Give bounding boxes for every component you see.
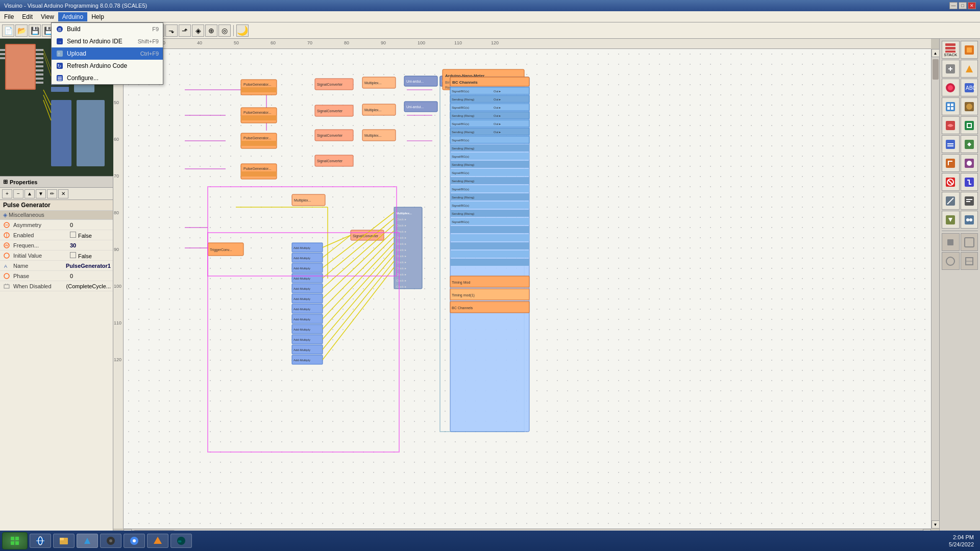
svg-text:BC Channels: BC Channels: [452, 306, 473, 310]
palette-item-2[interactable]: [961, 41, 978, 59]
prop-phase[interactable]: Phase 0: [0, 271, 113, 281]
toolbar-btn9[interactable]: ◈: [192, 24, 204, 37]
palette-row-11: [942, 233, 978, 251]
palette-item-24[interactable]: [961, 252, 978, 270]
svg-rect-5: [36, 61, 43, 63]
svg-rect-219: [951, 104, 953, 106]
palette-item-10[interactable]: [961, 116, 978, 134]
menu-arduino[interactable]: Arduino: [58, 12, 87, 21]
close-button[interactable]: ✕: [968, 2, 976, 9]
svg-text:Add-Multiply: Add-Multiply: [293, 267, 310, 270]
prop-enabled[interactable]: Enabled False: [0, 230, 113, 240]
svg-rect-65: [241, 141, 277, 146]
maximize-button[interactable]: □: [959, 2, 967, 9]
svg-rect-217: [946, 102, 955, 111]
palette-item-19[interactable]: [942, 211, 960, 229]
props-btn-add[interactable]: +: [2, 189, 12, 198]
svg-text:Signal/BG(s): Signal/BG(s): [452, 155, 469, 158]
toolbar-save[interactable]: 💾: [29, 24, 41, 37]
svg-text:Clock ▸: Clock ▸: [396, 218, 406, 221]
svg-text:Signal/BG(s): Signal/BG(s): [452, 204, 469, 207]
toolbar-open[interactable]: 📂: [15, 24, 28, 37]
menu-edit[interactable]: Edit: [18, 12, 37, 21]
palette-item-8[interactable]: [961, 97, 978, 115]
svg-text:Add-Multiply: Add-Multiply: [293, 318, 310, 321]
taskbar-explorer[interactable]: [53, 534, 75, 548]
palette-item-12[interactable]: [961, 135, 978, 153]
taskbar-ie[interactable]: [30, 534, 51, 548]
taskbar-visuino[interactable]: [77, 534, 98, 548]
palette-item-7[interactable]: [942, 97, 960, 115]
palette-item-4[interactable]: [961, 60, 978, 78]
svg-text:PulseGenerator...: PulseGenerator...: [243, 167, 272, 170]
prop-when-disabled[interactable]: When Disabled (CompleteCycle...: [0, 281, 113, 291]
build-menu-icon: B: [56, 25, 64, 33]
svg-text:Multiplex...: Multiplex...: [364, 81, 382, 85]
palette-item-11[interactable]: [942, 135, 960, 153]
svg-text:Clock ▸: Clock ▸: [396, 267, 406, 270]
palette-item-21[interactable]: [942, 233, 960, 251]
title-bar-buttons[interactable]: — □ ✕: [949, 2, 976, 9]
svg-text:Clock ▸: Clock ▸: [396, 248, 406, 252]
props-btn-remove[interactable]: −: [13, 189, 23, 198]
palette-item-stack[interactable]: STACK: [942, 41, 960, 59]
menu-item-build[interactable]: B Build F9: [52, 23, 163, 35]
prop-asymmetry[interactable]: Asymmetry 0: [0, 220, 113, 230]
svg-text:Add-Multiply: Add-Multiply: [293, 287, 310, 290]
palette-item-22[interactable]: [961, 233, 978, 251]
left-panel: ⊞ Properties + − ▲ ▼ ✏ ✕ Pulse Generator…: [0, 39, 113, 537]
props-btn-clear[interactable]: ✕: [58, 189, 68, 198]
palette-item-9[interactable]: [942, 116, 960, 134]
palette-item-6[interactable]: ABC: [961, 79, 978, 96]
prop-frequency[interactable]: Frequen... 30: [0, 240, 113, 251]
toolbar-btn10[interactable]: ⊕: [205, 24, 217, 37]
menu-item-refresh[interactable]: ↻ Refresh Arduino Code: [52, 60, 163, 72]
svg-rect-62: [241, 115, 277, 120]
toolbar-btn12[interactable]: 🌙: [236, 24, 249, 37]
scroll-up-button[interactable]: ▲: [932, 49, 940, 57]
taskbar-vlc[interactable]: [147, 534, 168, 548]
props-btn-up[interactable]: ▲: [24, 189, 35, 198]
palette-item-5[interactable]: [942, 79, 960, 96]
props-btn-down[interactable]: ▼: [36, 189, 46, 198]
palette-row-7: [942, 154, 978, 172]
menu-view[interactable]: View: [37, 12, 58, 21]
scroll-thumb[interactable]: [933, 59, 939, 80]
palette-item-13[interactable]: [942, 154, 960, 172]
svg-rect-140: [450, 242, 529, 249]
palette-item-17[interactable]: [942, 192, 960, 210]
taskbar-chrome[interactable]: [124, 534, 145, 548]
menu-item-upload[interactable]: ↑ Upload Ctrl+F9: [52, 47, 163, 60]
prop-initial-value[interactable]: Initial Value False: [0, 251, 113, 261]
svg-point-232: [967, 161, 972, 166]
palette-item-16[interactable]: [961, 173, 978, 191]
menu-help[interactable]: Help: [87, 12, 108, 21]
palette-item-14[interactable]: [961, 154, 978, 172]
toolbar-new[interactable]: 📄: [2, 24, 14, 37]
palette-item-23[interactable]: [942, 252, 960, 270]
toolbar-btn8[interactable]: ⬏: [179, 24, 191, 37]
taskbar-media[interactable]: [100, 534, 121, 548]
menu-item-configure[interactable]: Configure...: [52, 72, 163, 84]
minimize-button[interactable]: —: [949, 2, 958, 9]
toolbar-btn11[interactable]: ◎: [218, 24, 231, 37]
svg-text:Multiplex...: Multiplex...: [364, 134, 382, 138]
palette-item-15[interactable]: [942, 173, 960, 191]
props-btn-edit[interactable]: ✏: [47, 189, 57, 198]
scroll-down-button[interactable]: ▼: [932, 520, 940, 529]
svg-rect-270: [60, 538, 64, 540]
svg-text:Out ▸: Out ▸: [494, 106, 501, 109]
menu-file[interactable]: File: [0, 12, 18, 21]
menu-item-send-ide[interactable]: → Send to Arduino IDE Shift+F9: [52, 35, 163, 47]
svg-rect-207: [945, 43, 955, 46]
palette-item-20[interactable]: [961, 211, 978, 229]
start-button[interactable]: [2, 532, 28, 549]
palette-item-18[interactable]: [961, 192, 978, 210]
canvas-main[interactable]: PulseGenerator... PulseGenerator... Puls…: [124, 49, 931, 529]
prop-name[interactable]: A Name PulseGenerator1: [0, 261, 113, 271]
palette-item-3[interactable]: [942, 60, 960, 78]
toolbar-btn7[interactable]: ⬎: [165, 24, 178, 37]
taskbar-arduino[interactable]: ∞: [170, 534, 192, 548]
svg-text:Signal/BG(s): Signal/BG(s): [452, 171, 469, 174]
vertical-scrollbar[interactable]: ▲ ▼: [931, 49, 939, 529]
